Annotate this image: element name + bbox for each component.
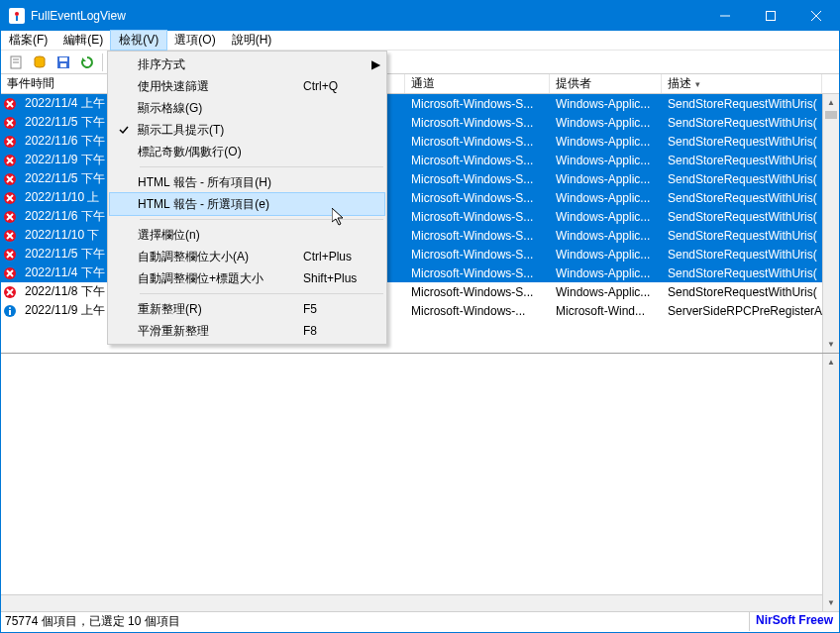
cell-desc: SendStoreRequestWithUris( [662,266,822,280]
toolbar-db-icon[interactable] [29,53,51,72]
menubar: 檔案(F) 編輯(E) 檢視(V) 選項(O) 說明(H) [1,31,839,51]
cell-desc: SendStoreRequestWithUris( [662,97,822,111]
menu-item-shortcut: F5 [303,302,367,316]
scroll-up-icon[interactable]: ▲ [823,354,839,370]
menu-item[interactable]: 顯示工具提示(T) [110,119,384,141]
menu-item-label: HTML 報告 - 所選項目(e) [138,196,303,213]
col-desc[interactable]: 描述▾ [662,74,822,93]
menu-item-shortcut: Shift+Plus [303,271,367,285]
menu-item-label: 平滑重新整理 [138,323,303,340]
menu-separator [140,219,383,220]
menu-item[interactable]: HTML 報告 - 所選項目(e) [110,193,384,215]
close-button[interactable] [793,1,839,31]
menu-item-label: 排序方式 [138,56,303,73]
toolbar-refresh-icon[interactable] [76,53,98,72]
menu-item-shortcut: Ctrl+Plus [303,250,367,264]
minimize-button[interactable] [702,1,748,31]
menu-options[interactable]: 選項(O) [166,31,223,50]
col-channel[interactable]: 通道 [405,74,550,93]
svg-rect-48 [9,310,11,315]
col-time[interactable]: 事件時間 [1,74,112,93]
menu-separator [140,166,383,167]
svg-rect-1 [16,16,18,21]
cell-provider: Windows-Applic... [550,285,662,299]
vertical-scrollbar[interactable]: ▲ ▼ [822,94,839,353]
scroll-down-icon[interactable]: ▼ [823,336,839,353]
maximize-button[interactable] [748,1,793,31]
menu-item-shortcut: Ctrl+Q [303,79,367,93]
menu-item[interactable]: 重新整理(R)F5 [110,298,384,320]
toolbar-doc-icon[interactable] [5,53,27,72]
menu-item-label: 顯示格線(G) [138,100,303,117]
detail-pane: ▲ ▼ [1,353,839,611]
menu-item-label: 標記奇數/偶數行(O) [138,144,303,160]
info-icon [1,304,19,318]
error-icon [1,248,19,262]
svg-rect-3 [767,12,776,21]
error-icon [1,135,19,149]
cell-time: 2022/11/4 下午 [19,264,112,281]
menu-item[interactable]: 使用快速篩選Ctrl+Q [110,75,384,97]
submenu-arrow-icon: ▶ [367,57,384,71]
view-menu-dropdown[interactable]: 排序方式▶使用快速篩選Ctrl+Q顯示格線(G)顯示工具提示(T)標記奇數/偶數… [107,51,387,345]
cell-provider: Windows-Applic... [550,116,662,130]
menu-item[interactable]: HTML 報告 - 所有項目(H) [110,171,384,193]
menu-item-label: 自動調整欄位+標題大小 [138,270,303,287]
check-icon [110,124,138,136]
svg-rect-11 [59,57,67,61]
cell-channel: Microsoft-Windows-S... [405,248,550,262]
cell-desc: SendStoreRequestWithUris( [662,172,822,186]
cell-provider: Windows-Applic... [550,135,662,149]
menu-edit[interactable]: 編輯(E) [55,31,111,50]
menu-file[interactable]: 檔案(F) [1,31,55,50]
menu-view[interactable]: 檢視(V) [111,31,166,50]
menu-item[interactable]: 顯示格線(G) [110,97,384,119]
cell-desc: ServerSideRPCPreRegisterA [662,304,822,318]
col-provider[interactable]: 提供者 [550,74,662,93]
toolbar-save-icon[interactable] [52,53,74,72]
status-text: 75774 個項目，已選定 10 個項目 [1,612,749,631]
menu-help[interactable]: 說明(H) [224,31,280,50]
error-icon [1,154,19,167]
menu-item[interactable]: 自動調整欄位大小(A)Ctrl+Plus [110,246,384,267]
detail-horizontal-scrollbar[interactable] [1,594,822,611]
cell-channel: Microsoft-Windows-S... [405,97,550,111]
menu-item-label: 選擇欄位(n) [138,227,303,244]
menu-item[interactable]: 排序方式▶ [110,53,384,75]
scroll-up-icon[interactable]: ▲ [823,94,839,111]
titlebar[interactable]: FullEventLogView [1,1,839,31]
cell-desc: SendStoreRequestWithUris( [662,210,822,224]
menu-item[interactable]: 自動調整欄位+標題大小Shift+Plus [110,267,384,289]
menu-item[interactable]: 平滑重新整理F8 [110,320,384,342]
menu-item[interactable]: 選擇欄位(n) [110,224,384,246]
cell-time: 2022/11/10 下 [19,227,112,244]
cell-desc: SendStoreRequestWithUris( [662,116,822,130]
cell-channel: Microsoft-Windows-S... [405,191,550,205]
cell-time: 2022/11/4 上午 [19,95,112,112]
cell-provider: Windows-Applic... [550,172,662,186]
menu-item-label: HTML 報告 - 所有項目(H) [138,174,303,191]
svg-point-47 [9,307,11,309]
scroll-thumb[interactable] [825,111,837,119]
cell-provider: Windows-Applic... [550,266,662,280]
cell-desc: SendStoreRequestWithUris( [662,248,822,262]
menu-item[interactable]: 標記奇數/偶數行(O) [110,141,384,162]
cell-desc: SendStoreRequestWithUris( [662,229,822,243]
cell-desc: SendStoreRequestWithUris( [662,191,822,205]
error-icon [1,266,19,280]
cell-channel: Microsoft-Windows-S... [405,210,550,224]
cell-channel: Microsoft-Windows-S... [405,135,550,149]
error-icon [1,229,19,243]
error-icon [1,191,19,205]
status-brand[interactable]: NirSoft Freew [749,612,839,631]
cell-channel: Microsoft-Windows-S... [405,229,550,243]
detail-vertical-scrollbar[interactable]: ▲ ▼ [822,354,839,611]
error-icon [1,172,19,186]
cell-desc: SendStoreRequestWithUris( [662,154,822,167]
scroll-down-icon[interactable]: ▼ [823,594,839,611]
cell-channel: Microsoft-Windows-S... [405,154,550,167]
cell-time: 2022/11/9 下午 [19,152,112,168]
status-bar: 75774 個項目，已選定 10 個項目 NirSoft Freew [1,611,839,631]
menu-item-label: 顯示工具提示(T) [138,122,303,139]
cell-channel: Microsoft-Windows-S... [405,285,550,299]
